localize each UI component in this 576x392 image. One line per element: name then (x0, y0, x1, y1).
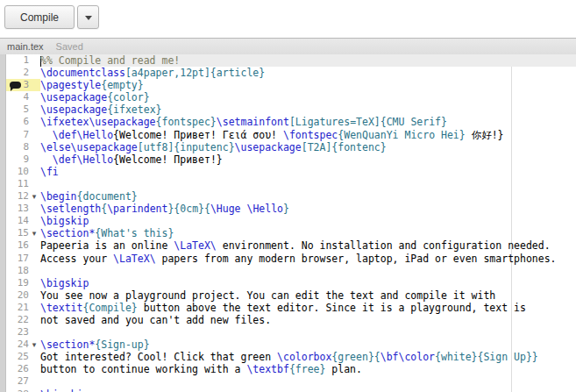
gutter-cell[interactable]: 4 (6, 91, 40, 103)
gutter-cell[interactable]: 13 (6, 203, 40, 215)
compile-button[interactable]: Compile (4, 5, 75, 29)
code-text[interactable]: not saved and you can't add new files. (40, 314, 576, 326)
gutter-cell[interactable]: 23 (6, 326, 40, 339)
code-text[interactable]: \def\Hello{Welcome! Привет!} (40, 153, 576, 166)
gutter-cell[interactable]: 25 (6, 351, 40, 363)
code-text[interactable]: \documentclass[a4paper,12pt]{article} (40, 67, 576, 79)
code-text[interactable]: %% Compile and read me! (40, 54, 576, 67)
code-text[interactable]: \fi (40, 166, 576, 178)
code-token-cmd: \usepackage (40, 103, 107, 116)
code-text[interactable]: \section*{Sign-up} (40, 339, 576, 351)
fold-arrow-icon[interactable]: ▾ (29, 339, 39, 351)
save-status-label: Saved (56, 41, 83, 52)
code-line[interactable]: 19\bigskip (6, 277, 576, 289)
code-line[interactable]: 11 (6, 178, 576, 190)
gutter-cell[interactable]: 9 (6, 153, 40, 166)
code-text[interactable]: \setlength{\parindent}{0cm}{\Huge \Hello… (40, 203, 576, 215)
gutter-cell[interactable]: 28 (6, 388, 40, 392)
compile-dropdown-button[interactable] (77, 5, 99, 29)
code-text[interactable]: \bigskip (40, 277, 576, 289)
gutter-cell[interactable]: 7 (6, 129, 40, 141)
code-text[interactable]: button to continue working with a \textb… (40, 363, 576, 375)
gutter-cell[interactable]: 8 (6, 141, 40, 153)
gutter-cell[interactable]: 27 (6, 375, 40, 388)
gutter-cell[interactable]: 16 (6, 239, 40, 252)
code-text[interactable]: \else\usepackage[utf8]{inputenc}\usepack… (40, 141, 576, 153)
code-line[interactable]: 8\else\usepackage[utf8]{inputenc}\usepac… (6, 141, 576, 153)
gutter-cell[interactable]: 3 (6, 79, 40, 91)
code-line[interactable]: 28\bigskip (6, 388, 576, 392)
code-text[interactable] (40, 178, 576, 190)
gutter-cell[interactable]: 6 (6, 116, 40, 128)
code-text[interactable]: Papeeria is an online \LaTeX\ environmen… (40, 239, 576, 252)
gutter-cell[interactable]: 12▾ (6, 190, 40, 203)
gutter-cell[interactable]: 21 (6, 302, 40, 314)
gutter-cell[interactable]: 5 (6, 103, 40, 116)
fold-arrow-icon[interactable]: ▾ (29, 227, 39, 239)
code-line[interactable]: 4\usepackage{color} (6, 91, 576, 103)
tab-main-tex[interactable]: main.tex (7, 41, 44, 52)
code-line[interactable]: 13\setlength{\parindent}{0cm}{\Huge \Hel… (6, 203, 576, 215)
code-token-cmd: \bf\color (380, 351, 435, 363)
code-text[interactable]: \pagestyle{empty} (40, 79, 576, 91)
gutter-cell[interactable]: 22 (6, 314, 40, 326)
code-text[interactable]: \usepackage{color} (40, 91, 576, 103)
code-line[interactable]: 1%% Compile and read me! (6, 54, 576, 67)
code-line[interactable]: 26button to continue working with a \tex… (6, 363, 576, 375)
code-text[interactable]: \ifxetex\usepackage{fontspec}\setmainfon… (40, 116, 576, 128)
tab-bar: main.tex Saved (0, 38, 576, 55)
code-line[interactable]: 15▾\section*{What's this} (6, 227, 576, 239)
code-text[interactable]: \textit{Compile} button above the text e… (40, 302, 576, 314)
code-line[interactable]: 7 \def\Hello{Welcome! Привет! Γειά σου! … (6, 129, 576, 141)
code-line[interactable]: 24▾\section*{Sign-up} (6, 339, 576, 351)
code-text[interactable] (40, 375, 576, 388)
gutter-cell[interactable]: 18 (6, 265, 40, 277)
code-line[interactable]: 3\pagestyle{empty} (6, 79, 576, 91)
gutter-cell[interactable]: 1 (6, 54, 40, 67)
code-text[interactable]: You see now a playground project. You ca… (40, 289, 576, 302)
gutter-cell[interactable]: 15▾ (6, 227, 40, 239)
fold-arrow-icon[interactable]: ▾ (29, 190, 39, 203)
code-text[interactable]: \def\Hello{Welcome! Привет! Γειά σου! \f… (40, 129, 576, 141)
code-line[interactable]: 22not saved and you can't add new files. (6, 314, 576, 326)
fold-gutter-spacer (29, 302, 39, 314)
gutter-cell[interactable]: 10 (6, 166, 40, 178)
code-text[interactable]: Got interested? Cool! Click that green \… (40, 351, 576, 363)
code-line[interactable]: 23 (6, 326, 576, 339)
code-line[interactable]: 6\ifxetex\usepackage{fontspec}\setmainfo… (6, 116, 576, 128)
code-line[interactable]: 17Access your \LaTeX\ papers from any mo… (6, 253, 576, 265)
comment-bubble-icon[interactable] (10, 82, 21, 89)
code-text[interactable] (40, 265, 576, 277)
gutter-cell[interactable]: 20 (6, 289, 40, 302)
gutter-cell[interactable]: 11 (6, 178, 40, 190)
code-text[interactable]: \usepackage{ifxetex} (40, 103, 576, 116)
gutter-cell[interactable]: 24▾ (6, 339, 40, 351)
code-line[interactable]: 18 (6, 265, 576, 277)
code-text[interactable]: \bigskip (40, 388, 576, 392)
line-number: 7 (6, 129, 29, 141)
code-token-txt: You see now a playground project. You ca… (40, 289, 495, 302)
line-number: 22 (6, 314, 29, 326)
code-line[interactable]: 9 \def\Hello{Welcome! Привет!} (6, 153, 576, 166)
code-line[interactable]: 14\bigskip (6, 215, 576, 227)
code-text[interactable]: Access your \LaTeX\ papers from any mode… (40, 253, 576, 265)
code-line[interactable]: 2\documentclass[a4paper,12pt]{article} (6, 67, 576, 79)
code-line[interactable]: 21\textit{Compile} button above the text… (6, 302, 576, 314)
code-line[interactable]: 20You see now a playground project. You … (6, 289, 576, 302)
code-text[interactable]: \bigskip (40, 215, 576, 227)
code-text[interactable]: \section*{What's this} (40, 227, 576, 239)
gutter-cell[interactable]: 19 (6, 277, 40, 289)
code-text[interactable]: \begin{document} (40, 190, 576, 203)
code-editor[interactable]: 1%% Compile and read me!2\documentclass[… (0, 54, 576, 392)
code-line[interactable]: 25Got interested? Cool! Click that green… (6, 351, 576, 363)
gutter-cell[interactable]: 17 (6, 253, 40, 265)
code-text[interactable] (40, 326, 576, 339)
gutter-cell[interactable]: 14 (6, 215, 40, 227)
code-line[interactable]: 16Papeeria is an online \LaTeX\ environm… (6, 239, 576, 252)
gutter-cell[interactable]: 2 (6, 67, 40, 79)
code-line[interactable]: 27 (6, 375, 576, 388)
code-line[interactable]: 12▾\begin{document} (6, 190, 576, 203)
gutter-cell[interactable]: 26 (6, 363, 40, 375)
code-line[interactable]: 10\fi (6, 166, 576, 178)
code-line[interactable]: 5\usepackage{ifxetex} (6, 103, 576, 116)
